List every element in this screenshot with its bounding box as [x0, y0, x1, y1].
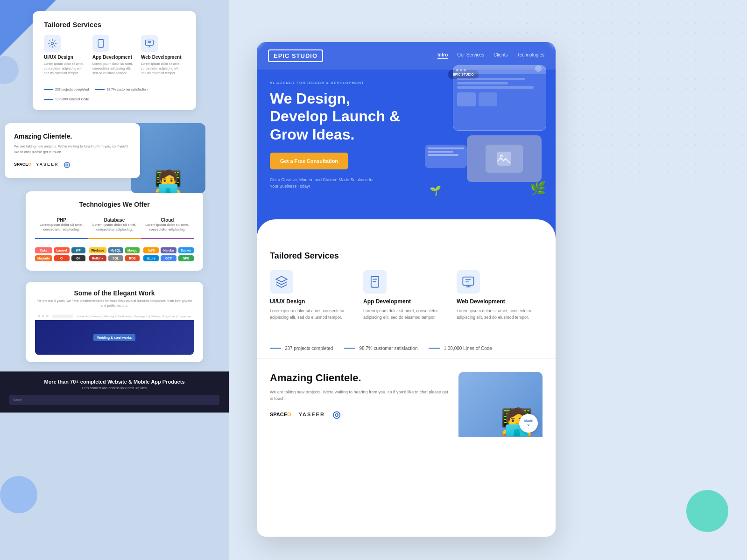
left-service-item-uiux: UI/UX Design Lorem ipsum dolor sit amet,…: [44, 35, 88, 75]
left-uiux-desc: Lorem ipsum dolor sit amet, consectetur …: [44, 62, 88, 75]
service-card-app: App Development Lorem ipsum dolor sit am…: [363, 270, 449, 321]
hero-cta-button[interactable]: Get a Free Consultation: [270, 153, 348, 169]
screenshot-body: Welding & steel works: [35, 320, 194, 355]
service-card-desc-app: Lorem ipsum dolor sit amet, consectetur …: [363, 308, 449, 321]
clientele-left: Amazing Clientele. We are taking new pro…: [270, 372, 458, 437]
left-service-item-web: Web Development Lorem ipsum dolor sit am…: [141, 35, 185, 75]
hero-badge: #1 AGENCY FOR DESIGN & DEVELOPMENT: [270, 81, 543, 85]
tech-tab-cloud[interactable]: Cloud Lorem ipsum dolor sit amet, consec…: [141, 215, 194, 239]
svg-rect-10: [463, 277, 473, 286]
cloud-logo-docker: Docker: [178, 247, 194, 253]
clientele-section: Amazing Clientele. We are taking new pro…: [257, 359, 556, 437]
screenshot-url-bar: [52, 315, 73, 318]
cloud-logo-heroku: Heroku: [161, 247, 176, 253]
service-card-uiux: UI/UX Design Lorem ipsum dolor sit amet,…: [270, 270, 356, 321]
left-clientele-wrap: Amazing Clientele. We are taking new pro…: [5, 123, 205, 178]
screenshot-bar: About Us | Services | Welding & Steel wo…: [35, 313, 194, 320]
left-tech-title: Technologies We Offer: [35, 201, 194, 208]
left-app-desc: Lorem ipsum dolor sit amet, consectetur …: [92, 62, 136, 75]
left-portfolio-title: Some of the Elegant Work: [35, 289, 194, 297]
left-stats-bar: 237 projects completed 98.7% customer sa…: [44, 82, 185, 101]
circle-bottom-right-decoration: [686, 490, 728, 532]
photo-sticker: Madev: [519, 414, 538, 433]
nav-logo: EPIC STUDIO: [268, 49, 323, 62]
db-logo-rethink: Rethink: [89, 255, 106, 261]
clientele-photo: 🧑‍💻 Madev: [458, 372, 543, 437]
nav-links: Intro Our Services Clients Technologies: [437, 52, 544, 59]
php-logo-github: Git: [71, 255, 85, 261]
clientele-big-title: Amazing Clientele.: [270, 372, 449, 384]
web-icon: [141, 35, 158, 52]
left-web-desc: Lorem ipsum dolor sit amet, consectetur …: [141, 62, 185, 75]
stat-label-lines: 1,00,000 Lines of Code: [444, 346, 492, 351]
circle-bottom-left: [0, 476, 37, 513]
hero-title: We Design, Develop Launch & Grow Ideas.: [270, 90, 543, 143]
stat-dash-2: [344, 348, 355, 349]
left-client-logos: SPACEO YASEER ◎: [14, 160, 131, 169]
php-logo-cakephp: Cake: [35, 247, 52, 253]
client-box-circle: ◎: [332, 409, 340, 420]
db-logos-col: Firebase MySQL Mongo Rethink SQL RDB: [89, 245, 140, 261]
service-card-desc-uiux: Lorem ipsum dolor sit amet, consectetur …: [270, 308, 356, 321]
nav-link-clients[interactable]: Clients: [493, 52, 508, 59]
service-card-desc-web: Lorem ipsum dolor sit amet, consectetur …: [457, 308, 543, 321]
nav-link-services[interactable]: Our Services: [457, 52, 484, 59]
stat-item-lines: 1,00,000 Lines of Code: [429, 346, 492, 351]
service-card-icon-web: [457, 270, 480, 294]
stat-line-1: [44, 89, 53, 90]
left-uiux-name: UI/UX Design: [44, 55, 88, 60]
stat-projects: 237 projects completed: [44, 88, 89, 91]
svg-rect-6: [371, 276, 379, 287]
service-card-web: Web Development Lorem ipsum dolor sit am…: [457, 270, 543, 321]
left-footer-desc: Let's connect and discuss your next Big …: [9, 386, 219, 390]
service-card-name-web: Web Development: [457, 298, 543, 305]
service-card-icon-app: [363, 270, 387, 294]
stat-label-projects: 237 projects completed: [285, 346, 333, 351]
tech-tab-php[interactable]: PHP Lorem ipsum dolor sit amet, consecte…: [35, 215, 88, 239]
client-box-spaceo: SPACEO: [270, 412, 291, 417]
cloud-logo-aws: AWS: [143, 247, 159, 253]
svg-rect-1: [98, 40, 104, 48]
right-panel: EPIC STUDIO Intro Our Services Clients T…: [257, 42, 556, 537]
client-spaceo: SPACEO: [14, 162, 31, 167]
stats-section: 237 projects completed 98.7% customer sa…: [257, 338, 556, 359]
left-tech-logos-rows: Cake Laravel WP Magento CI Git Firebase …: [35, 245, 194, 261]
stat-dash-3: [429, 348, 440, 349]
svg-point-0: [51, 42, 54, 45]
stat-satisfaction: 98.7% customer satisfaction: [95, 88, 148, 91]
client-yaseer: YASEER: [36, 162, 58, 167]
php-logo-magento: Magento: [35, 255, 52, 261]
db-logo-mysql: MySQL: [108, 247, 123, 253]
client-box-yaseer: YASEER: [299, 412, 325, 417]
left-services-title: Tailored Services: [44, 21, 185, 28]
services-section-title: Tailored Services: [270, 251, 543, 261]
left-web-name: Web Development: [141, 55, 185, 60]
left-clientele-desc: We are taking new projects. We're waitin…: [14, 144, 131, 154]
left-portfolio-card: Some of the Elegant Work For the last 3 …: [26, 282, 203, 362]
tech-tab-db[interactable]: Database Lorem ipsum dolor sit amet, con…: [88, 215, 141, 239]
stat-item-satisfaction: 98.7% customer satisfaction: [344, 346, 417, 351]
cloud-logos-col: AWS Heroku Docker Azure GCP GKE: [143, 245, 194, 261]
left-service-item-app: App Development Lorem ipsum dolor sit am…: [92, 35, 136, 75]
db-logo-mongo: Mongo: [125, 247, 140, 253]
screenshot-label: Welding & steel works: [93, 334, 135, 341]
s-dot-2: [42, 315, 44, 317]
circle-decoration: [0, 56, 19, 84]
services-row: UI/UX Design Lorem ipsum dolor sit amet,…: [270, 270, 543, 321]
left-tech-tabs: PHP Lorem ipsum dolor sit amet, consecte…: [35, 215, 194, 239]
php-logo-ci: CI: [54, 255, 70, 261]
left-portfolio-desc: For the last 3 years, we have created we…: [35, 299, 194, 308]
nav-link-intro[interactable]: Intro: [437, 52, 448, 59]
left-services-card: Tailored Services UI/UX Design Lorem ips…: [33, 11, 196, 110]
left-footer: More than 70+ completed Website & Mobile…: [0, 371, 229, 413]
service-card-icon-uiux: [270, 270, 293, 294]
clientele-text: We are taking new projects. We're waitin…: [270, 389, 449, 402]
nav-link-tech[interactable]: Technologies: [517, 52, 544, 59]
screenshot-nav-text: About Us | Services | Welding & Steel wo…: [77, 315, 191, 318]
left-footer-input[interactable]: [9, 395, 219, 405]
hero-section: EPIC STUDIO Intro Our Services Clients T…: [257, 42, 556, 238]
left-clientele-photo: 🧑‍💻: [131, 123, 205, 193]
stat-lines: 1,00,000 Lines of Code: [44, 98, 89, 101]
left-clientele-title: Amazing Clientele.: [14, 133, 131, 140]
php-logo-wp: WP: [71, 247, 85, 253]
